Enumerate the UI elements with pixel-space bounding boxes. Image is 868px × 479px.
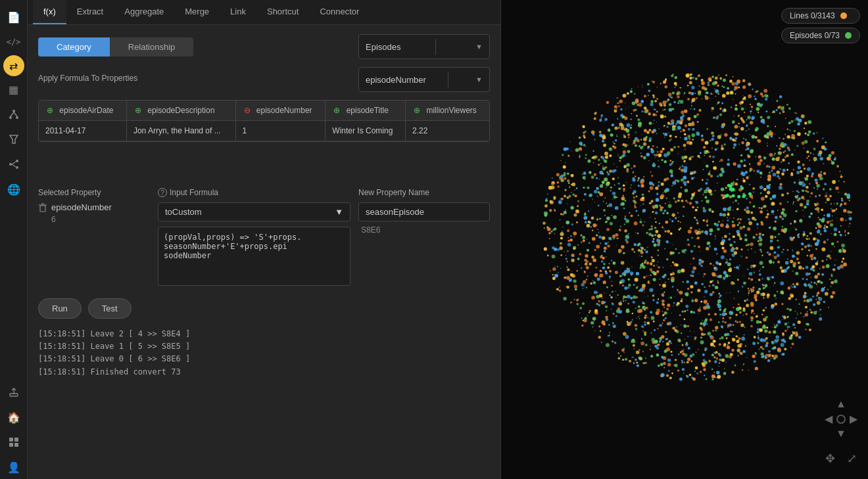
- cell-number: 1: [235, 121, 326, 141]
- log-output: [15:18:51] Leave 2 [ 4 >> S8E4 ] [15:18:…: [28, 324, 500, 479]
- log-line-2: [15:18:51] Leave 1 [ 5 >> S8E5 ]: [38, 340, 490, 353]
- swap-icon[interactable]: ⇄: [3, 55, 24, 76]
- tab-link[interactable]: Link: [220, 0, 256, 24]
- col-episodenumber[interactable]: ⊖ episodeNumber: [235, 101, 326, 121]
- formula-type-dropdown[interactable]: toCustom ▼: [158, 202, 350, 221]
- table-row: 2011-04-17 Jon Arryn, the Hand of ... 1 …: [39, 121, 489, 141]
- main-panel: f(x) Extract Aggregate Merge Link Shortc…: [28, 0, 501, 479]
- category-relationship-toggle: Category Relationship: [38, 37, 193, 57]
- test-button[interactable]: Test: [88, 298, 132, 319]
- cell-title: Winter Is Coming: [326, 121, 406, 141]
- svg-rect-14: [14, 438, 18, 442]
- log-line-1: [15:18:51] Leave 2 [ 4 >> S8E4 ]: [38, 328, 490, 340]
- svg-point-8: [16, 166, 18, 169]
- run-button[interactable]: Run: [38, 298, 82, 319]
- entity-dropdown[interactable]: Episodes ▼: [358, 34, 490, 59]
- formula-dropdown-chevron: ▼: [335, 207, 343, 217]
- grid-icon[interactable]: ▦: [2, 78, 26, 101]
- selected-property-col: Selected Property episodeNumber 6: [38, 188, 150, 288]
- col-episodedescription[interactable]: ⊕ episodeDescription: [126, 101, 235, 121]
- code-icon[interactable]: </>: [2, 30, 26, 54]
- svg-point-7: [16, 160, 18, 162]
- new-property-col: New Property Name S8E6: [358, 188, 490, 288]
- log-line-3: [15:18:51] Leave 0 [ 6 >> S8E6 ]: [38, 353, 490, 365]
- relationship-toggle-btn[interactable]: Relationship: [110, 37, 194, 57]
- svg-rect-16: [14, 443, 18, 447]
- new-property-input[interactable]: [358, 202, 490, 221]
- graph-panel: Lines 0/3143 Episodes 0/73 ▲ ◀ ▶ ▼ ✥ ⤢: [501, 0, 868, 479]
- nav-left-btn[interactable]: ◀: [825, 413, 832, 425]
- entity-dropdown-chevron: ▼: [475, 43, 483, 51]
- lines-dot: [840, 12, 847, 19]
- svg-rect-11: [10, 394, 18, 396]
- add-icon-desc: ⊕: [133, 106, 143, 115]
- formula-dropdown-value: toCustom: [165, 207, 202, 217]
- svg-marker-5: [10, 135, 18, 143]
- svg-point-6: [9, 163, 12, 166]
- cell-desc: Jon Arryn, the Hand of ...: [126, 121, 235, 141]
- category-toggle-btn[interactable]: Category: [38, 37, 110, 57]
- user-icon[interactable]: 👤: [2, 455, 26, 479]
- svg-line-9: [12, 162, 16, 164]
- add-icon-viewers: ⊕: [412, 106, 422, 115]
- col-episodetitle[interactable]: ⊕ episodeTitle: [326, 101, 406, 121]
- apps-icon[interactable]: [2, 430, 26, 454]
- remove-icon-num: ⊖: [243, 106, 252, 115]
- svg-rect-17: [40, 206, 45, 212]
- tab-connector[interactable]: Connector: [309, 0, 370, 24]
- col-millionviewers[interactable]: ⊕ millionViewers: [406, 101, 489, 121]
- formula-textarea[interactable]: (propVal,props) => 'S'+props. seasonNumb…: [158, 227, 350, 286]
- nav-down-btn[interactable]: ▼: [836, 428, 846, 440]
- episodes-dot: [845, 32, 852, 39]
- graph-canvas: [501, 0, 868, 479]
- nav-controls-bottom: ✥ ⤢: [825, 451, 857, 466]
- property-dropdown-divider: [448, 72, 448, 87]
- info-icon[interactable]: ?: [158, 188, 167, 197]
- property-dropdown-value: episodeNumber: [366, 75, 426, 85]
- tab-merge[interactable]: Merge: [174, 0, 220, 24]
- svg-point-1: [9, 116, 12, 119]
- home-icon[interactable]: 🏠: [2, 405, 26, 429]
- selected-prop-count: 6: [38, 215, 150, 224]
- nav-controls: ▲ ◀ ▶ ▼ ✥ ⤢: [825, 398, 857, 466]
- export-icon[interactable]: [2, 380, 26, 404]
- filter-icon[interactable]: [2, 127, 26, 151]
- property-dropdown[interactable]: episodeNumber ▼: [358, 67, 490, 92]
- lines-status: Lines 0/3143: [781, 8, 860, 24]
- bottom-section: Selected Property episodeNumber 6 ? Inpu…: [28, 188, 500, 293]
- nav-right-btn[interactable]: ▶: [850, 413, 857, 425]
- trash-icon[interactable]: [38, 203, 47, 212]
- tab-extract[interactable]: Extract: [66, 0, 114, 24]
- sidebar: 📄 </> ⇄ ▦ 🌐 🏠: [0, 0, 28, 479]
- nav-up-row: ▲: [836, 398, 846, 410]
- run-test-row: Run Test: [28, 293, 500, 324]
- nav-middle-row: ◀ ▶: [825, 413, 857, 425]
- input-formula-col: ? Input Formula toCustom ▼ (propVal,prop…: [150, 188, 358, 288]
- add-icon-airdate: ⊕: [45, 106, 55, 115]
- episodes-status: Episodes 0/73: [781, 28, 860, 43]
- nav-move-icon[interactable]: ✥: [825, 451, 835, 466]
- top-tabs: f(x) Extract Aggregate Merge Link Shortc…: [28, 0, 500, 25]
- selected-property-label: Selected Property: [38, 188, 150, 197]
- selected-prop-name: episodeNumber: [51, 202, 112, 212]
- svg-line-4: [14, 112, 17, 116]
- tab-fx[interactable]: f(x): [33, 0, 66, 24]
- panel-content: Category Relationship Episodes ▼ Apply F…: [28, 25, 500, 188]
- col-episodeairdate[interactable]: ⊕ episodeAirDate: [39, 101, 126, 121]
- globe-icon[interactable]: 🌐: [2, 177, 26, 201]
- cell-airdate: 2011-04-17: [39, 121, 126, 141]
- entity-dropdown-value: Episodes: [366, 42, 400, 52]
- episodes-label: Episodes 0/73: [790, 31, 840, 40]
- nodes-icon[interactable]: [2, 152, 26, 176]
- file-icon[interactable]: 📄: [2, 5, 26, 29]
- tab-aggregate[interactable]: Aggregate: [114, 0, 174, 24]
- log-line-4: [15:18:51] Finished convert 73: [38, 366, 490, 378]
- nav-down-row: ▼: [836, 428, 846, 440]
- hierarchy-icon[interactable]: [2, 103, 26, 126]
- tab-shortcut[interactable]: Shortcut: [256, 0, 309, 24]
- nav-pan-icon[interactable]: ⤢: [847, 451, 857, 466]
- svg-rect-13: [9, 438, 13, 442]
- top-controls-row: Category Relationship Episodes ▼: [38, 34, 490, 59]
- nav-up-btn[interactable]: ▲: [836, 398, 846, 410]
- properties-table: ⊕ episodeAirDate ⊕ episodeDescription ⊖ …: [38, 100, 490, 142]
